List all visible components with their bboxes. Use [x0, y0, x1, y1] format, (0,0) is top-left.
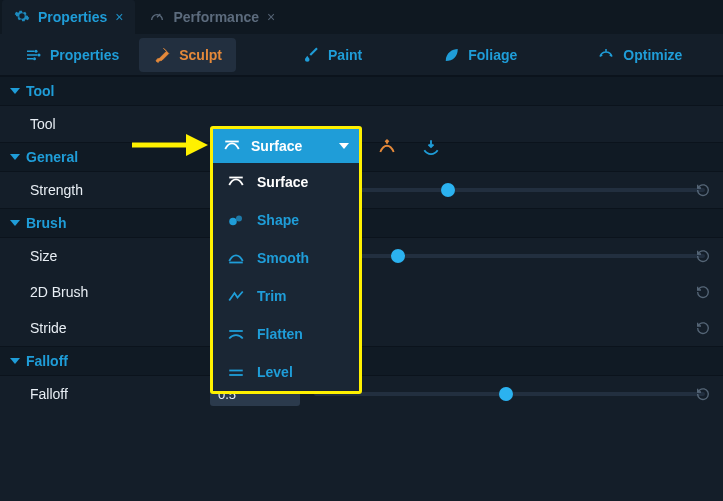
- field-label: 2D Brush: [30, 284, 210, 300]
- svg-point-8: [236, 216, 242, 222]
- mode-properties-button[interactable]: Properties: [10, 38, 133, 72]
- height-tool-button[interactable]: [416, 132, 446, 162]
- flatten-icon: [227, 326, 245, 342]
- mode-label: Optimize: [623, 47, 682, 63]
- shape-icon: [227, 212, 245, 228]
- window-tab-performance[interactable]: Performance ×: [137, 0, 287, 34]
- reset-button[interactable]: [695, 284, 711, 300]
- tool-option-flatten[interactable]: Flatten: [213, 315, 359, 353]
- section-title: Brush: [26, 215, 66, 231]
- tool-dropdown: Surface Surface Shape Smooth: [210, 126, 362, 394]
- section-title: Falloff: [26, 353, 68, 369]
- mode-label: Paint: [328, 47, 362, 63]
- mode-label: Sculpt: [179, 47, 222, 63]
- mode-optimize-button[interactable]: Optimize: [583, 38, 696, 72]
- trim-icon: [227, 288, 245, 304]
- mode-toolbar: Properties Sculpt Paint Foliage Optimize: [0, 34, 723, 76]
- chevron-down-icon: [10, 358, 20, 364]
- section-title: Tool: [26, 83, 55, 99]
- gear-icon: [14, 8, 30, 27]
- gauge-icon: [149, 8, 165, 27]
- option-label: Flatten: [257, 326, 303, 342]
- option-label: Smooth: [257, 250, 309, 266]
- falloff-slider[interactable]: [314, 385, 705, 403]
- chevron-down-icon: [10, 220, 20, 226]
- reset-button[interactable]: [695, 386, 711, 402]
- section-header-tool[interactable]: Tool: [0, 76, 723, 106]
- field-label: Size: [30, 248, 210, 264]
- slope-tool-button[interactable]: [372, 132, 402, 162]
- level-icon: [227, 364, 245, 380]
- field-label: Falloff: [30, 386, 210, 402]
- smooth-icon: [227, 250, 245, 266]
- chevron-down-icon: [10, 154, 20, 160]
- field-label: Stride: [30, 320, 210, 336]
- paint-icon: [302, 46, 320, 64]
- chevron-down-icon: [339, 143, 349, 149]
- mode-label: Properties: [50, 47, 119, 63]
- tool-option-surface[interactable]: Surface: [213, 163, 359, 201]
- mode-paint-button[interactable]: Paint: [288, 38, 376, 72]
- tool-option-level[interactable]: Level: [213, 353, 359, 391]
- leaf-icon: [442, 46, 460, 64]
- chevron-down-icon: [10, 88, 20, 94]
- mode-foliage-button[interactable]: Foliage: [428, 38, 531, 72]
- option-label: Surface: [257, 174, 308, 190]
- surface-icon: [223, 138, 241, 154]
- svg-point-2: [33, 57, 36, 60]
- tool-dropdown-trigger[interactable]: Surface: [213, 129, 359, 163]
- svg-point-1: [38, 53, 41, 56]
- reset-button[interactable]: [695, 182, 711, 198]
- sliders-icon: [24, 46, 42, 64]
- option-label: Level: [257, 364, 293, 380]
- tool-dropdown-selected: Surface: [251, 138, 302, 154]
- optimize-icon: [597, 46, 615, 64]
- reset-button[interactable]: [695, 320, 711, 336]
- svg-point-0: [35, 49, 38, 52]
- window-tab-label: Properties: [38, 9, 107, 25]
- mode-label: Foliage: [468, 47, 517, 63]
- section-title: General: [26, 149, 78, 165]
- tool-option-shape[interactable]: Shape: [213, 201, 359, 239]
- option-label: Shape: [257, 212, 299, 228]
- window-tab-label: Performance: [173, 9, 259, 25]
- close-icon[interactable]: ×: [267, 9, 275, 25]
- mode-sculpt-button[interactable]: Sculpt: [139, 38, 236, 72]
- close-icon[interactable]: ×: [115, 9, 123, 25]
- brush-icon: [153, 46, 171, 64]
- svg-point-7: [229, 218, 237, 226]
- reset-button[interactable]: [695, 248, 711, 264]
- option-label: Trim: [257, 288, 287, 304]
- tool-option-smooth[interactable]: Smooth: [213, 239, 359, 277]
- surface-icon: [227, 174, 245, 190]
- field-label: Tool: [30, 116, 210, 132]
- field-label: Strength: [30, 182, 210, 198]
- tool-option-trim[interactable]: Trim: [213, 277, 359, 315]
- window-tab-properties[interactable]: Properties ×: [2, 0, 135, 34]
